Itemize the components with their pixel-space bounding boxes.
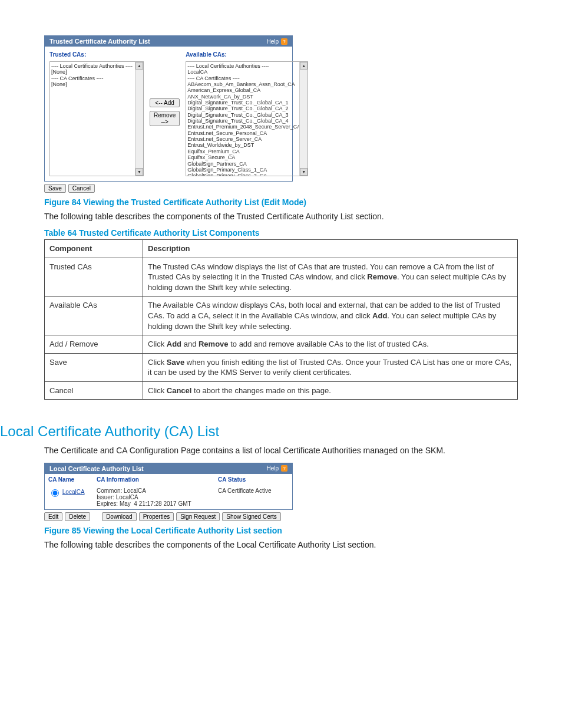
trusted-cas-listbox[interactable]: ---- Local Certificate Authorities ---- …: [49, 61, 144, 176]
table-row: Available CAsThe Available CAs window di…: [45, 297, 518, 335]
th-description: Description: [143, 240, 518, 258]
local-ca-panel: Local Certificate Authority List Help ? …: [44, 463, 293, 510]
component-cell: Add / Remove: [45, 335, 143, 354]
panel-header: Local Certificate Authority List Help ?: [45, 463, 292, 474]
section-heading: Local Certificate Authority (CA) List: [0, 423, 518, 440]
component-cell: Trusted CAs: [45, 258, 143, 297]
ca-info-cell: Common: LocalCA Issuer: LocalCA Expires:…: [93, 485, 214, 509]
section-text: The Certificate and CA Configuration Pag…: [44, 444, 518, 456]
trusted-ca-panel: Trusted Certificate Authority List Help …: [44, 35, 293, 182]
component-cell: Available CAs: [45, 297, 143, 335]
cancel-button[interactable]: Cancel: [68, 184, 95, 193]
edit-button[interactable]: Edit: [44, 512, 62, 521]
description-cell: The Available CAs window displays CAs, b…: [143, 297, 518, 335]
help-link[interactable]: Help ?: [266, 465, 287, 472]
th-ca-name: CA Name: [45, 474, 93, 485]
row-radio[interactable]: [51, 489, 59, 497]
components-table: Component Description Trusted CAsThe Tru…: [44, 239, 518, 400]
delete-button[interactable]: Delete: [65, 512, 90, 521]
scroll-up-icon[interactable]: ▲: [135, 62, 143, 70]
description-cell: Click Add and Remove to add and remove a…: [143, 335, 518, 354]
description-cell: Click Save when you finish editing the l…: [143, 353, 518, 381]
table-row: CancelClick Cancel to abort the changes …: [45, 381, 518, 400]
table-64-caption: Table 64 Trusted Certificate Authority L…: [44, 228, 518, 238]
figure-85-caption: Figure 85 Viewing the Local Certificate …: [44, 526, 518, 535]
download-button[interactable]: Download: [102, 512, 136, 521]
component-cell: Cancel: [45, 381, 143, 400]
available-cas-label: Available CAs:: [186, 51, 308, 58]
description-cell: Click Cancel to abort the changes made o…: [143, 381, 518, 400]
figure-84-caption: Figure 84 Viewing the Trusted Certificat…: [44, 197, 518, 207]
properties-button[interactable]: Properties: [139, 512, 174, 521]
ca-status-cell: CA Certificate Active: [214, 485, 292, 509]
th-ca-info: CA Information: [93, 474, 214, 485]
show-signed-certs-button[interactable]: Show Signed Certs: [222, 512, 281, 521]
panel-title: Trusted Certificate Authority List: [49, 38, 150, 45]
add-button[interactable]: <-- Add: [150, 98, 180, 107]
panel-header: Trusted Certificate Authority List Help …: [45, 36, 292, 47]
ca-name-link[interactable]: LocalCA: [62, 488, 85, 495]
help-link[interactable]: Help ?: [266, 38, 287, 45]
table-row: Add / RemoveClick Add and Remove to add …: [45, 335, 518, 354]
trusted-cas-label: Trusted CAs:: [49, 51, 144, 58]
component-cell: Save: [45, 353, 143, 381]
help-icon: ?: [281, 465, 287, 472]
panel-body: Trusted CAs: ---- Local Certificate Auth…: [45, 47, 292, 181]
panel-footer-buttons: Save Cancel: [44, 184, 518, 193]
sign-request-button[interactable]: Sign Request: [176, 512, 220, 521]
local-ca-table: CA Name CA Information CA Status LocalCA…: [45, 474, 292, 509]
save-button[interactable]: Save: [44, 184, 66, 193]
scroll-up-icon[interactable]: ▲: [300, 62, 308, 70]
th-ca-status: CA Status: [214, 474, 292, 485]
local-ca-buttons: Edit Delete Download Properties Sign Req…: [44, 512, 518, 521]
scroll-down-icon[interactable]: ▼: [135, 168, 143, 176]
th-component: Component: [45, 240, 143, 258]
table-row: LocalCA Common: LocalCA Issuer: LocalCA …: [45, 485, 292, 509]
remove-button[interactable]: Remove -->: [150, 111, 180, 126]
scroll-down-icon[interactable]: ▼: [300, 168, 308, 176]
scrollbar[interactable]: ▲ ▼: [135, 62, 143, 176]
intro-text: The following table describes the compon…: [44, 210, 518, 222]
help-icon: ?: [281, 38, 287, 45]
table-row: Trusted CAsThe Trusted CAs window displa…: [45, 258, 518, 297]
available-cas-listbox[interactable]: ---- Local Certificate Authorities ---- …: [186, 61, 308, 176]
outro-text: The following table describes the compon…: [44, 539, 518, 551]
table-row: SaveClick Save when you finish editing t…: [45, 353, 518, 381]
description-cell: The Trusted CAs window displays the list…: [143, 258, 518, 297]
panel-title: Local Certificate Authority List: [49, 465, 144, 472]
scrollbar[interactable]: ▲ ▼: [299, 62, 308, 176]
